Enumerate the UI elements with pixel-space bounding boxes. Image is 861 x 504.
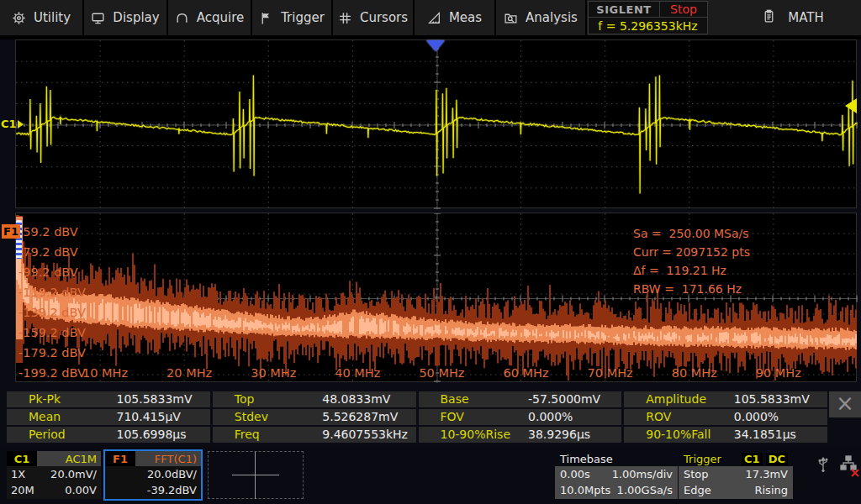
db-axis-label: -139.2 dBV xyxy=(18,306,86,319)
measurement-label: 10-90%Rise xyxy=(441,427,511,443)
measurement-cell: 10-90%Rise38.9296µs xyxy=(419,427,622,443)
timebase-samplerate: 1.00GSa/s xyxy=(617,484,673,496)
f1-badge[interactable]: F1 xyxy=(2,224,20,239)
measurement-close-button[interactable]: × xyxy=(829,391,861,417)
oscilloscope-screen: UtilityDisplayAcquireTriggerCursorsMeasA… xyxy=(0,0,861,504)
ruler-icon xyxy=(427,11,441,25)
c1-chip: C1 xyxy=(7,451,37,466)
trigger-level: 17.3mV xyxy=(745,468,788,480)
freq-axis-label: 60 MHz xyxy=(504,366,549,380)
waveform-window-c1[interactable] xyxy=(15,39,857,208)
measurement-label: 90-10%Fall xyxy=(646,427,710,443)
trigger-state: Stop xyxy=(684,468,709,480)
c1-probe: 1X xyxy=(11,468,25,480)
menu-item-label: Acquire xyxy=(197,10,245,25)
plus-icon xyxy=(232,452,279,499)
menu-item-label: Analysis xyxy=(526,10,578,25)
c1-coupling: AC1M xyxy=(37,451,101,466)
trigger-source: C1 xyxy=(742,453,763,465)
measurement-cell: ROV0.000% xyxy=(624,409,827,425)
measurement-cell: Pk-Pk105.5833mV xyxy=(7,391,210,407)
freq-axis-label: 90 MHz xyxy=(756,366,801,380)
measurement-row: Pk-Pk105.5833mVTop48.0833mVBase-57.5000m… xyxy=(7,391,827,407)
measurement-cell: 90-10%Fall34.1851µs xyxy=(624,427,827,443)
menu-item-acquire[interactable]: Acquire xyxy=(168,0,252,35)
measurement-cell: Mean710.415µV xyxy=(7,409,210,425)
fft-info-line: RBW = 171.66 Hz xyxy=(633,282,742,296)
measurement-cell: Top48.0833mV xyxy=(213,391,416,407)
freq-axis-label: 20 MHz xyxy=(166,366,212,380)
f1-function: FFT(C1) xyxy=(135,451,201,466)
clipboard-icon xyxy=(762,9,776,27)
trigger-coupling: DC xyxy=(766,453,788,465)
db-axis-label: -179.2 dBV xyxy=(18,346,86,360)
measurement-label: Mean xyxy=(29,409,61,425)
measurement-value: 48.0833mV xyxy=(322,391,390,407)
menu-item-analysis[interactable]: Analysis xyxy=(496,0,587,35)
c1-offset-marker[interactable]: C1 xyxy=(1,118,24,130)
measurement-label: Top xyxy=(235,391,255,407)
timebase-scale: 1.00ms/div xyxy=(612,468,673,480)
lan-disconnected-icon xyxy=(839,454,858,476)
c1-descriptor-box[interactable]: C1 AC1M 1X20.0mV/ 20M0.00V xyxy=(7,451,101,499)
measurement-label: Freq xyxy=(235,427,260,443)
measurement-value: 0.000% xyxy=(734,409,779,425)
measurement-value: 105.5833mV xyxy=(117,391,193,407)
menu-item-label: Display xyxy=(113,10,159,25)
timebase-memory: 10.0Mpts xyxy=(560,484,610,496)
trigger-type: Edge xyxy=(684,484,711,496)
trigger-status-block[interactable]: SIGLENT Stop f = 5.296353kHz xyxy=(588,1,708,34)
menu-item-math[interactable]: MATH xyxy=(725,0,861,35)
measurement-value: 9.4607553kHz xyxy=(322,427,408,443)
siglent-logo: SIGLENT xyxy=(589,2,660,17)
measurement-label: ROV xyxy=(646,409,671,425)
measurement-cell: FOV0.000% xyxy=(419,409,622,425)
c1-offset: 0.00V xyxy=(65,484,97,496)
add-trace-box[interactable] xyxy=(208,451,304,499)
gear-icon xyxy=(12,11,26,25)
freq-axis-label: 70 MHz xyxy=(588,366,633,380)
timebase-descriptor-box[interactable]: Timebase 0.00s1.00ms/div 10.0Mpts1.00GSa… xyxy=(555,451,678,499)
db-axis-label: -99.2 dBV xyxy=(18,265,78,279)
trigger-descriptor-box[interactable]: Trigger C1DC Stop17.3mV EdgeRising xyxy=(679,451,793,499)
menu-item-display[interactable]: Display xyxy=(84,0,168,35)
freq-axis-label: 30 MHz xyxy=(251,366,296,380)
usb-icon xyxy=(816,454,831,476)
freq-axis-label: 40 MHz xyxy=(335,366,380,380)
menu-item-trigger[interactable]: Trigger xyxy=(252,0,333,35)
menu-item-meas[interactable]: Meas xyxy=(415,0,496,35)
measurement-label: Amplitude xyxy=(646,391,706,407)
db-axis-label: -159.2 dBV xyxy=(18,326,86,339)
trigger-level-marker[interactable] xyxy=(845,98,857,113)
trigger-position-marker[interactable] xyxy=(426,40,445,51)
run-state-badge: Stop xyxy=(660,2,707,17)
measurement-label: Period xyxy=(29,427,66,443)
menu-math-label: MATH xyxy=(788,10,823,25)
db-axis-label: -79.2 dBV xyxy=(18,245,78,259)
trigger-title: Trigger xyxy=(684,453,721,465)
db-axis-label: -199.2 dBV xyxy=(18,366,86,380)
menu-item-utility[interactable]: Utility xyxy=(0,0,84,35)
timebase-delay: 0.00s xyxy=(560,468,590,480)
c1-scale: 20.0mV/ xyxy=(50,468,97,480)
flag-icon xyxy=(259,11,273,25)
measurement-value: 710.415µV xyxy=(117,409,181,425)
timebase-title: Timebase xyxy=(560,453,613,465)
freq-axis-label: 50 MHz xyxy=(419,366,464,380)
db-axis-label: -119.2 dBV xyxy=(18,286,86,299)
freq-axis-label: 10 MHz xyxy=(82,366,128,380)
menu-item-label: Cursors xyxy=(360,10,408,25)
measurement-value: 38.9296µs xyxy=(528,427,590,443)
f1-descriptor-box[interactable]: F1 FFT(C1) 20.0dBV/ -39.2dBV xyxy=(103,449,203,501)
measurement-cell: Base-57.5000mV xyxy=(419,391,622,407)
f1-scale: 20.0dBV/ xyxy=(147,468,197,480)
folder-search-icon xyxy=(504,11,518,25)
measurement-table: Pk-Pk105.5833mVTop48.0833mVBase-57.5000m… xyxy=(7,391,827,443)
measurement-cell: Stdev5.526287mV xyxy=(213,409,416,425)
menu-item-cursors[interactable]: Cursors xyxy=(333,0,415,35)
measurement-row: Period105.6998µsFreq9.4607553kHz10-90%Ri… xyxy=(7,427,827,443)
db-axis-label: -59.2 dBV xyxy=(18,225,78,239)
measurement-label: Base xyxy=(441,391,469,407)
measurement-value: 5.526287mV xyxy=(322,409,398,425)
measurement-label: FOV xyxy=(441,409,464,425)
